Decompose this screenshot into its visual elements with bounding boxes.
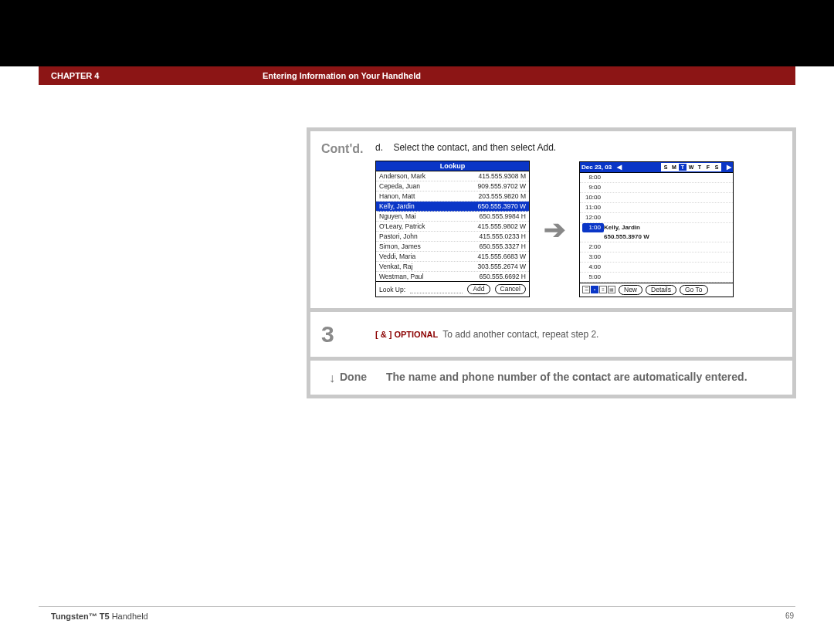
footer-product: Tungsten™ T5 Handheld [51,612,148,621]
lookup-row[interactable]: Cepeda, Juan909.555.9702 W [376,181,529,192]
view-icon-3[interactable]: ≡ [599,286,607,293]
contd-right: d. Select the contact, and then select A… [375,131,792,308]
done-row: ↓ Done The name and phone number of the … [310,361,792,395]
contact-phone: 650.555.3327 H [480,242,527,251]
view-icon-2[interactable]: • [591,286,598,293]
contd-label: Cont'd. [321,142,375,156]
contact-phone: 415.555.9308 M [479,171,526,181]
contact-name: Nguyen, Mai [379,212,416,221]
contact-name: Kelly, Jardin [379,202,415,211]
contact-name: Venkat, Raj [379,262,412,271]
calendar-time: 12:00 [582,213,604,222]
calendar-time: 10:00 [582,193,604,202]
calendar-row[interactable]: 2:00 [580,242,733,253]
calendar-time: 11:00 [582,203,604,212]
lookup-footer: Look Up: Add Cancel [376,281,529,297]
new-button[interactable]: New [619,285,642,295]
lookup-row[interactable]: Hanon, Matt203.555.9820 M [376,192,529,202]
calendar-screen: Dec 23, 03 ◀ SMTWTFS ▶ 8:009:0010:0011:0… [579,161,734,297]
chapter-label: CHAPTER 4 [39,71,263,80]
done-text: The name and phone number of the contact… [386,370,781,385]
footer-product-bold: Tungsten™ T5 [51,612,110,621]
lookup-list: Anderson, Mark415.555.9308 MCepeda, Juan… [376,171,529,281]
calendar-header: Dec 23, 03 ◀ SMTWTFS ▶ [580,162,733,173]
step3-left: 3 [310,312,375,357]
optional-text: To add another contact, repeat step 2. [442,329,598,340]
calendar-time: 3:00 [582,253,604,262]
contact-name: O'Leary, Patrick [379,222,425,231]
lookup-row[interactable]: Kelly, Jardin650.555.3970 W [376,202,529,212]
calendar-row[interactable]: 8:00 [580,173,733,183]
contact-name: Simon, James [379,242,421,251]
chapter-title: Entering Information on Your Handheld [263,71,421,80]
screens-row: Lookup Anderson, Mark415.555.9308 MCeped… [375,161,781,297]
dow-strip: SMTWTFS [662,163,721,171]
arrow-right-icon: ➔ [544,216,565,242]
contact-phone: 415.555.0233 H [480,232,527,241]
goto-button[interactable]: Go To [680,285,708,295]
contact-phone: 909.555.9702 W [478,181,526,191]
footer-line [39,606,795,607]
section-contd: Cont'd. d. Select the contact, and then … [310,131,792,308]
lookup-row[interactable]: Venkat, Raj303.555.2674 W [376,262,529,272]
calendar-row[interactable]: 5:00 [580,273,733,283]
contd-left: Cont'd. [310,131,375,308]
done-label: Done [340,371,367,383]
contact-name: Anderson, Mark [379,171,425,181]
top-black-bar [0,0,834,66]
calendar-row[interactable]: 9:00 [580,183,733,193]
calendar-row[interactable]: 10:00 [580,193,733,203]
page: CHAPTER 4 Entering Information on Your H… [0,0,834,644]
optional-tag: [ & ] OPTIONAL [375,330,438,339]
contact-phone: 650.555.9984 H [480,212,527,221]
calendar-nav-arrows: ◀ [617,164,622,171]
calendar-row[interactable]: 1:00Kelly, Jardin650.555.3970 W [580,223,733,242]
contact-phone: 203.555.9820 M [479,192,526,201]
calendar-row[interactable]: 4:00 [580,263,733,273]
footer-product-rest: Handheld [110,612,148,621]
lookup-row[interactable]: Pastori, John415.555.0233 H [376,232,529,242]
lookup-input[interactable] [410,286,463,293]
calendar-time: 4:00 [582,263,604,272]
contact-name: Cepeda, Juan [379,181,420,191]
content-area: Cont'd. d. Select the contact, and then … [307,127,796,398]
done-left: ↓ Done [321,370,386,384]
lookup-foot-label: Look Up: [379,286,405,293]
calendar-date: Dec 23, 03 [581,164,612,171]
contact-name: Pastori, John [379,232,418,241]
lookup-row[interactable]: Anderson, Mark415.555.9308 M [376,171,529,181]
contact-phone: 650.555.6692 H [480,272,527,281]
section-step3: 3 [ & ] OPTIONAL To add another contact,… [310,312,792,357]
dow-cell[interactable]: S [712,163,721,171]
footer-page: 69 [785,612,794,620]
lookup-row[interactable]: O'Leary, Patrick415.555.9802 W [376,222,529,232]
contact-phone: 650.555.3970 W [478,202,526,211]
calendar-nav-arrows-right: ▶ [727,164,731,171]
instruction-prefix: d. [375,142,383,153]
lookup-screen: Lookup Anderson, Mark415.555.9308 MCeped… [375,161,530,297]
calendar-entry: Kelly, Jardin650.555.3970 W [604,223,731,242]
calendar-time: 5:00 [582,273,604,282]
view-icon-1[interactable]: ☰ [582,286,590,293]
calendar-row[interactable]: 11:00 [580,203,733,213]
lookup-row[interactable]: Westman, Paul650.555.6692 H [376,272,529,281]
add-button[interactable]: Add [467,284,490,294]
prev-arrow-icon[interactable]: ◀ [617,164,622,171]
lookup-row[interactable]: Veddi, Maria415.555.6683 W [376,252,529,262]
contact-phone: 415.555.9802 W [478,222,526,231]
details-button[interactable]: Details [646,285,676,295]
instruction-text: Select the contact, and then select Add. [393,142,556,153]
calendar-view-icons: ☰ • ≡ ▦ [582,286,615,293]
calendar-row[interactable]: 3:00 [580,253,733,263]
lookup-title: Lookup [376,161,529,171]
calendar-body: 8:009:0010:0011:0012:001:00Kelly, Jardin… [580,173,733,283]
lookup-row[interactable]: Simon, James650.555.3327 H [376,242,529,252]
done-arrow-icon: ↓ [329,371,335,385]
cancel-button[interactable]: Cancel [495,284,526,294]
lookup-row[interactable]: Nguyen, Mai650.555.9984 H [376,212,529,222]
next-arrow-icon[interactable]: ▶ [727,164,731,171]
view-icon-4[interactable]: ▦ [608,286,615,293]
instruction-line: d. Select the contact, and then select A… [375,142,781,153]
step3-right: [ & ] OPTIONAL To add another contact, r… [375,312,792,357]
calendar-row[interactable]: 12:00 [580,213,733,223]
